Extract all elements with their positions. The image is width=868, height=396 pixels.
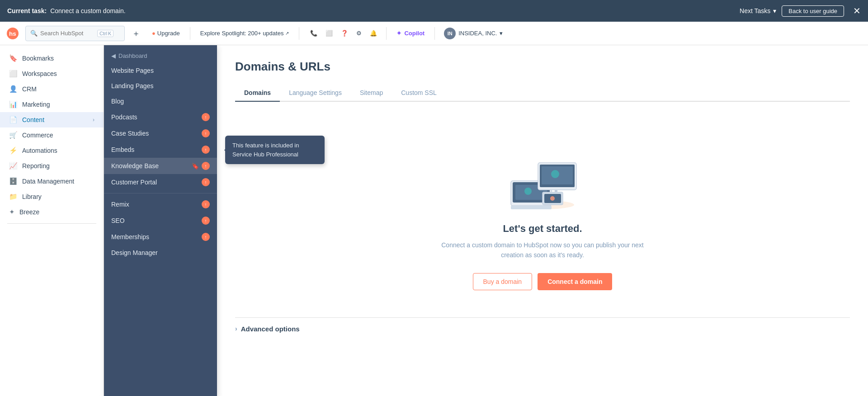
svg-point-11 bbox=[551, 170, 559, 178]
upgrade-button[interactable]: ● Upgrade bbox=[147, 28, 184, 38]
tab-sitemap[interactable]: Sitemap bbox=[351, 85, 392, 102]
submenu-item-website-pages[interactable]: Website Pages bbox=[104, 63, 217, 78]
submenu-item-right-customer-portal: ↑ bbox=[202, 178, 210, 186]
tab-custom-ssl[interactable]: Custom SSL bbox=[392, 85, 446, 102]
submenu-label-remix: Remix bbox=[111, 201, 129, 208]
submenu-item-seo[interactable]: SEO ↑ bbox=[104, 212, 217, 229]
submenu-item-right-seo: ↑ bbox=[202, 217, 210, 225]
submenu-item-right-memberships: ↑ bbox=[202, 233, 210, 241]
submenu-label-website-pages: Website Pages bbox=[111, 67, 154, 74]
help-icon-button[interactable]: ❓ bbox=[337, 28, 352, 38]
marketing-icon: 📊 bbox=[9, 100, 18, 108]
tooltip-bubble: This feature is included in Service Hub … bbox=[225, 136, 325, 164]
tabs-bar: DomainsLanguage SettingsSitemapCustom SS… bbox=[235, 85, 850, 102]
upgrade-badge: ↑ bbox=[202, 178, 210, 186]
hero-subtitle: Connect a custom domain to HubSpot now s… bbox=[429, 240, 656, 260]
current-task-area: Current task: Connect a custom domain. bbox=[7, 7, 126, 14]
nav-divider-2 bbox=[299, 27, 299, 40]
current-task-value: Connect a custom domain. bbox=[50, 7, 126, 14]
back-arrow-icon: ◀ bbox=[111, 52, 116, 59]
connect-domain-button[interactable]: Connect a domain bbox=[538, 273, 612, 290]
submenu-label-blog: Blog bbox=[111, 98, 124, 105]
tab-language-settings[interactable]: Language Settings bbox=[280, 85, 351, 102]
submenu-item-design-manager[interactable]: Design Manager bbox=[104, 245, 217, 260]
copilot-label: Copilot bbox=[404, 30, 425, 37]
sidebar-item-content[interactable]: 📄 Content › bbox=[0, 112, 104, 127]
submenu-item-customer-portal[interactable]: Customer Portal ↑ bbox=[104, 174, 217, 190]
submenu-item-right-embeds: ↑ bbox=[202, 146, 210, 154]
add-button[interactable]: ＋ bbox=[128, 26, 144, 41]
bookmarks-icon: 🔖 bbox=[9, 54, 18, 62]
submenu-back-button[interactable]: ◀ Dashboard bbox=[104, 49, 217, 63]
sidebar-item-reporting[interactable]: 📈 Reporting bbox=[0, 158, 104, 174]
page-title: Domains & URLs bbox=[235, 60, 850, 74]
upgrade-badge: ↑ bbox=[202, 233, 210, 241]
submenu-item-remix[interactable]: Remix ↑ bbox=[104, 196, 217, 212]
sidebar-label-bookmarks: Bookmarks bbox=[22, 55, 94, 62]
submenu-item-landing-pages[interactable]: Landing Pages bbox=[104, 78, 217, 94]
arrow-icon: › bbox=[93, 117, 94, 123]
submenu-label-knowledge-base: Knowledge Base bbox=[111, 162, 159, 170]
next-tasks-button[interactable]: Next Tasks ▾ bbox=[740, 7, 776, 14]
submenu-item-blog[interactable]: Blog bbox=[104, 94, 217, 109]
current-task-label: Current task: bbox=[7, 7, 47, 14]
submenu-item-embeds[interactable]: Embeds ↑ bbox=[104, 141, 217, 158]
buy-domain-button[interactable]: Buy a domain bbox=[473, 273, 533, 290]
back-to-user-guide-button[interactable]: Back to user guide bbox=[782, 5, 844, 17]
copilot-star-icon: ✦ bbox=[396, 30, 401, 37]
phone-icon-button[interactable]: 📞 bbox=[307, 28, 321, 38]
sidebar-item-bookmarks[interactable]: 🔖 Bookmarks bbox=[0, 51, 104, 66]
advanced-options-toggle[interactable]: › Advanced options bbox=[235, 317, 850, 340]
upgrade-badge: ↑ bbox=[202, 200, 210, 208]
submenu-divider bbox=[104, 193, 217, 193]
upgrade-icon: ● bbox=[152, 30, 156, 37]
sidebar-divider bbox=[7, 223, 96, 224]
external-link-icon: ↗ bbox=[285, 31, 289, 36]
submenu-item-case-studies[interactable]: Case Studies ↑ bbox=[104, 125, 217, 141]
top-bar-right: Next Tasks ▾ Back to user guide ✕ bbox=[740, 5, 861, 17]
sidebar-item-breeze[interactable]: ✦ Breeze bbox=[0, 204, 104, 220]
dashboard-icon-button[interactable]: ⬜ bbox=[322, 28, 336, 38]
chevron-down-icon: ▾ bbox=[773, 7, 776, 14]
tooltip-text: This feature is included in Service Hub … bbox=[232, 142, 299, 158]
hubspot-logo[interactable]: hs bbox=[5, 26, 20, 41]
sidebar-item-library[interactable]: 📁 Library bbox=[0, 189, 104, 204]
upgrade-badge: ↑ bbox=[202, 113, 210, 121]
submenu-label-embeds: Embeds bbox=[111, 146, 134, 153]
hero-illustration bbox=[497, 138, 588, 210]
hero-buttons: Buy a domain Connect a domain bbox=[473, 273, 613, 290]
next-tasks-label: Next Tasks bbox=[740, 7, 770, 14]
sidebar-item-automations[interactable]: ⚡ Automations bbox=[0, 143, 104, 158]
notifications-icon-button[interactable]: 🔔 bbox=[366, 28, 381, 38]
breeze-icon: ✦ bbox=[9, 208, 15, 216]
sidebar-item-workspaces[interactable]: ⬜ Workspaces bbox=[0, 66, 104, 81]
sidebar-item-data-management[interactable]: 🗄️ Data Management bbox=[0, 174, 104, 189]
submenu-item-right-remix: ↑ bbox=[202, 200, 210, 208]
tab-domains[interactable]: Domains bbox=[235, 85, 280, 102]
nav-bar: hs 🔍 Ctrl K ＋ ● Upgrade Explore Spotligh… bbox=[0, 22, 868, 45]
upgrade-badge: ↑ bbox=[202, 217, 210, 225]
sidebar-item-marketing[interactable]: 📊 Marketing bbox=[0, 97, 104, 112]
copilot-button[interactable]: ✦ Copilot bbox=[392, 28, 429, 38]
explore-spotlight-button[interactable]: Explore Spotlight: 200+ updates ↗ bbox=[196, 28, 294, 38]
account-chevron-icon: ▾ bbox=[500, 30, 503, 37]
submenu-label-podcasts: Podcasts bbox=[111, 113, 137, 121]
crm-icon: 👤 bbox=[9, 85, 18, 93]
sidebar-label-content: Content bbox=[22, 116, 88, 123]
settings-icon-button[interactable]: ⚙ bbox=[353, 28, 365, 38]
submenu-item-knowledge-base[interactable]: Knowledge Base 🔖↑ bbox=[104, 158, 217, 174]
search-input[interactable] bbox=[40, 30, 94, 37]
sidebar-label-data-management: Data Management bbox=[22, 178, 94, 185]
submenu-item-podcasts[interactable]: Podcasts ↑ bbox=[104, 109, 217, 125]
search-box[interactable]: 🔍 Ctrl K bbox=[25, 26, 125, 41]
submenu-label-landing-pages: Landing Pages bbox=[111, 82, 153, 90]
sidebar-item-crm[interactable]: 👤 CRM bbox=[0, 81, 104, 97]
sidebar-items-container: 🔖 Bookmarks ⬜ Workspaces 👤 CRM 📊 Marketi… bbox=[0, 51, 104, 220]
nav-icons-group: 📞 ⬜ ❓ ⚙ 🔔 bbox=[307, 28, 381, 38]
sidebar-item-commerce[interactable]: 🛒 Commerce bbox=[0, 127, 104, 143]
submenu-item-memberships[interactable]: Memberships ↑ bbox=[104, 229, 217, 245]
close-button[interactable]: ✕ bbox=[853, 5, 861, 16]
svg-point-6 bbox=[524, 188, 532, 195]
nav-divider-3 bbox=[386, 27, 387, 40]
account-button[interactable]: IN INSIDEA, INC. ▾ bbox=[440, 26, 506, 41]
